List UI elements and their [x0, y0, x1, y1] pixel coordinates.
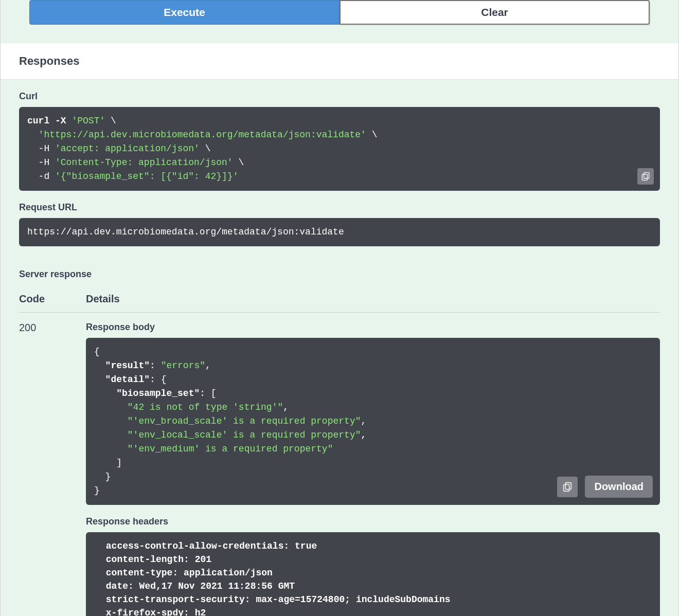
- response-table-header-row: Code Details: [19, 288, 660, 313]
- error-msg-4: "'env_medium' is a required property": [94, 444, 333, 454]
- curl-section: Curl curl -X 'POST' \ 'https://api.dev.m…: [1, 80, 678, 191]
- request-url-section: Request URL https://api.dev.microbiomeda…: [1, 191, 678, 246]
- request-url-block: https://api.dev.microbiomedata.org/metad…: [19, 218, 660, 246]
- request-url-label: Request URL: [19, 202, 660, 213]
- curl-method: 'POST': [72, 116, 105, 126]
- response-code: 200: [19, 313, 86, 617]
- execute-button[interactable]: Execute: [29, 0, 340, 25]
- responses-header-bar: Responses: [1, 43, 678, 80]
- clear-button[interactable]: Clear: [340, 0, 650, 25]
- svg-rect-2: [566, 482, 571, 489]
- svg-rect-3: [564, 484, 569, 491]
- response-headers-label: Response headers: [86, 516, 660, 527]
- responses-title: Responses: [19, 55, 660, 68]
- curl-header-accept: 'accept: application/json': [55, 143, 200, 154]
- code-column-header: Code: [19, 288, 86, 313]
- svg-rect-1: [642, 174, 647, 180]
- curl-cmd: curl -X: [27, 116, 72, 126]
- response-headers-block: access-control-allow-credentials: true c…: [86, 532, 660, 616]
- server-response-label: Server response: [19, 269, 660, 280]
- error-msg-1: "42 is not of type 'string'": [94, 402, 283, 412]
- error-msg-2: "'env_broad_scale' is a required propert…: [94, 416, 361, 426]
- details-column-header: Details: [86, 288, 660, 313]
- curl-label: Curl: [19, 91, 660, 102]
- download-button[interactable]: Download: [585, 476, 653, 498]
- action-button-row: Execute Clear: [1, 0, 678, 43]
- response-details-cell: Response body { "result": "errors", "det…: [86, 313, 660, 617]
- curl-url: 'https://api.dev.microbiomedata.org/meta…: [39, 130, 366, 140]
- response-row-200: 200 Response body { "result": "errors", …: [19, 313, 660, 617]
- copy-curl-icon[interactable]: [637, 168, 654, 185]
- response-body-label: Response body: [86, 322, 660, 333]
- response-body-actions: Download: [557, 476, 653, 498]
- response-body-block: { "result": "errors", "detail": { "biosa…: [86, 338, 660, 505]
- curl-code-block: curl -X 'POST' \ 'https://api.dev.microb…: [19, 107, 660, 191]
- error-msg-3: "'env_local_scale' is a required propert…: [94, 430, 361, 440]
- response-table: Code Details 200 Response body { "result…: [19, 288, 660, 616]
- curl-data: '{"biosample_set": [{"id": 42}]}': [55, 171, 238, 182]
- curl-header-content-type: 'Content-Type: application/json': [55, 157, 233, 168]
- copy-response-icon[interactable]: [557, 477, 578, 497]
- svg-rect-0: [644, 173, 649, 179]
- server-response-section: Server response Code Details 200 Respons…: [1, 258, 678, 616]
- swagger-operation-panel: Execute Clear Responses Curl curl -X 'PO…: [0, 0, 679, 616]
